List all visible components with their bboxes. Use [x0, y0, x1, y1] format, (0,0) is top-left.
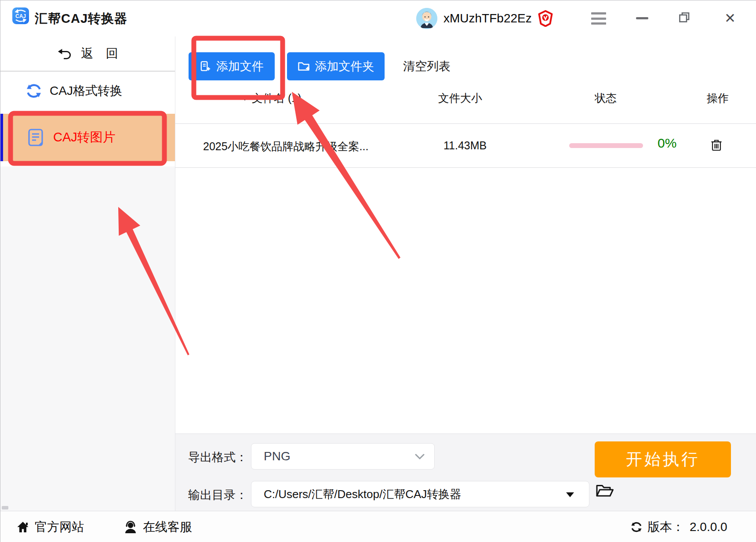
header-action: 操作: [707, 91, 729, 105]
add-folder-label: 添加文件夹: [315, 58, 374, 74]
avatar-image: [416, 8, 437, 29]
export-format-label: 导出格式：: [188, 449, 247, 465]
maximize-button[interactable]: [678, 11, 691, 24]
refresh-icon: [631, 521, 642, 533]
sidebar: 返 回 CAJ格式转换 CAJ转图片: [0, 36, 175, 511]
menu-icon[interactable]: [591, 12, 606, 25]
version-value: 2.0.0.0: [690, 520, 727, 534]
output-dir-combobox[interactable]: C:/Users/汇帮/Desktop/汇帮CAJ转换器: [251, 481, 589, 507]
file-list-area: 添加文件 添加文件夹 清空列表 文件名 (1) 文件大小 状态 操作 2025小…: [175, 36, 756, 434]
online-support-link[interactable]: 在线客服: [124, 511, 192, 542]
export-format-select[interactable]: PNG: [251, 443, 435, 470]
table-row-file-name: 2025小吃餐饮品牌战略升级全案...: [203, 139, 368, 154]
sidebar-item-caj-to-image[interactable]: CAJ转图片: [0, 114, 175, 161]
version-label: 版本：: [647, 519, 684, 535]
progress-percent: 0%: [658, 136, 676, 151]
folder-plus-icon: [298, 61, 310, 72]
header-status: 状态: [595, 91, 617, 105]
document-icon: [27, 128, 44, 147]
header-file-name: 文件名 (1): [252, 91, 302, 105]
sidebar-item-label: CAJ转图片: [53, 129, 116, 146]
sidebar-item-caj-convert[interactable]: CAJ格式转换: [0, 75, 175, 107]
close-button[interactable]: ✕: [722, 10, 738, 27]
progress-bar: [569, 143, 643, 148]
add-file-label: 添加文件: [216, 58, 264, 74]
logo-text: CAJ: [15, 13, 26, 19]
output-dir-value: C:/Users/汇帮/Desktop/汇帮CAJ转换器: [264, 481, 461, 507]
divider: [175, 123, 756, 124]
customer-service-icon: [124, 520, 138, 534]
back-arrow-icon: [58, 47, 72, 60]
refresh-icon: [26, 83, 42, 99]
divider: [175, 167, 756, 168]
scrollbar-grip[interactable]: [2, 506, 8, 509]
title-bar: CAJ 汇帮CAJ转换器 xMUzhTFb22Ez: [0, 0, 756, 37]
output-dir-label: 输出目录：: [188, 487, 247, 503]
add-file-button[interactable]: 添加文件: [189, 52, 275, 80]
dropdown-caret-icon: [566, 492, 574, 497]
table-row-file-size: 11.43MB: [443, 139, 487, 152]
sidebar-background: [0, 166, 175, 511]
footer: 官方网站 在线客服 版本： 2.0.0.0: [0, 511, 756, 542]
back-button[interactable]: 返 回: [0, 36, 175, 72]
file-plus-icon: [200, 61, 211, 72]
selected-indicator-bar: [0, 114, 3, 161]
chevron-down-icon: [415, 454, 425, 460]
version-info: 版本： 2.0.0.0: [631, 511, 727, 542]
avatar[interactable]: [416, 8, 437, 29]
minimize-button[interactable]: [636, 17, 648, 19]
username: xMUzhTFb22Ez: [443, 11, 532, 25]
official-website-link[interactable]: 官方网站: [16, 511, 84, 542]
back-label: 返 回: [81, 45, 118, 62]
export-format-value: PNG: [264, 444, 291, 469]
account-area[interactable]: xMUzhTFb22Ez: [416, 0, 553, 36]
add-folder-button[interactable]: 添加文件夹: [287, 52, 385, 80]
vip-badge-icon[interactable]: [538, 10, 553, 27]
app-window: CAJ 汇帮CAJ转换器 xMUzhTFb22Ez: [0, 0, 756, 542]
online-support-label: 在线客服: [143, 519, 192, 535]
start-execute-button[interactable]: 开始执行: [595, 441, 731, 477]
sidebar-item-label: CAJ格式转换: [50, 83, 122, 99]
sort-caret-icon[interactable]: [241, 96, 248, 101]
delete-trash-icon[interactable]: [710, 138, 723, 152]
header-file-size: 文件大小: [438, 91, 482, 105]
app-logo-icon: CAJ: [12, 6, 29, 25]
home-icon: [16, 520, 29, 534]
export-settings-panel: 导出格式： PNG 输出目录： C:/Users/汇帮/Desktop/汇帮CA…: [175, 434, 756, 511]
clear-list-button[interactable]: 清空列表: [403, 52, 451, 80]
browse-folder-icon[interactable]: [596, 483, 614, 498]
official-website-label: 官方网站: [35, 519, 84, 535]
app-title: 汇帮CAJ转换器: [35, 10, 127, 28]
